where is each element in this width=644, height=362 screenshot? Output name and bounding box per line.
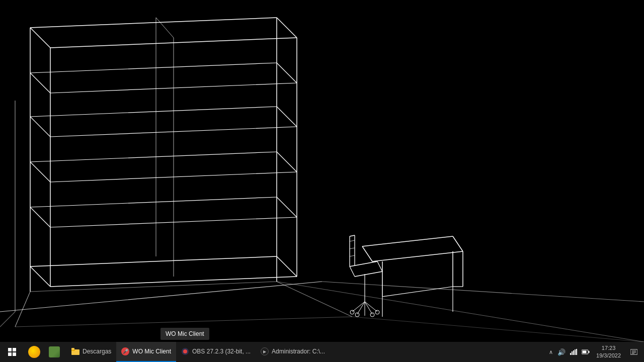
- svg-line-24: [30, 152, 277, 162]
- svg-rect-85: [573, 350, 574, 355]
- svg-line-42: [453, 236, 463, 251]
- svg-line-23: [30, 117, 50, 137]
- svg-line-43: [362, 246, 372, 261]
- svg-line-73: [352, 317, 644, 342]
- svg-line-21: [277, 107, 297, 127]
- svg-rect-83: [570, 353, 571, 355]
- minecraft-button[interactable]: [44, 342, 64, 362]
- battery-tray-icon[interactable]: [580, 342, 591, 362]
- svg-line-66: [365, 302, 372, 314]
- cmd-label: Administrador: C:\...: [272, 348, 325, 355]
- svg-line-11: [30, 266, 50, 287]
- svg-line-60: [350, 248, 355, 249]
- svg-line-9: [277, 256, 297, 277]
- svg-line-44: [372, 251, 463, 261]
- clock-date: 19/3/2022: [596, 352, 621, 359]
- taskbar-app-descargas[interactable]: Descargas: [66, 342, 116, 362]
- taskbar-app-wo-mic[interactable]: 🎤 WO Mic Client: [116, 342, 176, 362]
- svg-rect-84: [572, 351, 573, 355]
- svg-point-70: [355, 313, 359, 317]
- svg-rect-80: [71, 348, 74, 350]
- sound-icon: 🔊: [557, 348, 566, 356]
- taskbar-apps: Descargas 🎤 WO Mic Client OBS 27.2.3 (32…: [66, 342, 330, 362]
- svg-line-59: [350, 240, 355, 241]
- svg-line-33: [156, 18, 174, 38]
- svg-line-63: [352, 302, 365, 312]
- svg-line-40: [15, 317, 352, 327]
- tray-overflow-button[interactable]: ∧: [547, 342, 555, 362]
- taskbar-app-cmd[interactable]: ▶ Administrador: C:\...: [256, 342, 330, 362]
- descargas-icon: [71, 347, 79, 355]
- windows-icon: [8, 348, 16, 356]
- start-button[interactable]: [0, 342, 24, 362]
- obs-label: OBS 27.2.3 (32-bit, ...: [192, 348, 251, 355]
- taskbar-app-obs[interactable]: OBS 27.2.3 (32-bit, ...: [176, 342, 256, 362]
- svg-point-71: [370, 313, 374, 317]
- svg-line-29: [277, 197, 297, 217]
- wo-mic-label: WO Mic Client: [132, 348, 171, 355]
- svg-line-27: [30, 162, 50, 182]
- svg-line-31: [30, 207, 50, 227]
- svg-line-4: [30, 18, 277, 28]
- desktop: [0, 0, 644, 342]
- tray-arrow-icon: ∧: [549, 349, 553, 355]
- svg-line-72: [277, 282, 644, 342]
- notification-icon: [630, 348, 637, 355]
- svg-line-16: [30, 63, 277, 73]
- svg-rect-86: [575, 349, 576, 355]
- obs-icon: [181, 347, 189, 355]
- svg-point-69: [375, 310, 379, 314]
- svg-line-65: [357, 302, 365, 314]
- clock-time: 17:23: [602, 344, 616, 352]
- svg-rect-76: [8, 352, 12, 356]
- network-tray-icon[interactable]: [568, 342, 579, 362]
- svg-line-1: [322, 282, 644, 302]
- svg-line-5: [277, 18, 297, 38]
- svg-line-53: [377, 261, 382, 272]
- svg-line-10: [50, 277, 297, 287]
- svg-rect-77: [13, 352, 16, 356]
- svg-line-37: [30, 282, 277, 292]
- svg-line-39: [277, 282, 352, 317]
- notification-button[interactable]: [626, 342, 642, 362]
- svg-rect-75: [13, 348, 16, 351]
- svg-rect-74: [8, 348, 12, 351]
- svg-line-54: [350, 266, 355, 277]
- svg-line-61: [350, 255, 355, 256]
- cortana-icon: [28, 346, 40, 358]
- svg-line-19: [30, 73, 50, 93]
- svg-line-25: [277, 152, 297, 172]
- wallpaper: [0, 0, 644, 342]
- taskbar: Descargas 🎤 WO Mic Client OBS 27.2.3 (32…: [0, 342, 644, 362]
- svg-line-7: [30, 28, 50, 48]
- svg-line-48: [382, 287, 453, 297]
- svg-line-55: [355, 272, 382, 277]
- svg-point-68: [350, 310, 354, 314]
- svg-rect-89: [589, 351, 590, 353]
- clock[interactable]: 17:23 19/3/2022: [592, 342, 625, 362]
- svg-rect-87: [576, 349, 577, 355]
- svg-line-20: [30, 107, 277, 117]
- svg-line-28: [30, 197, 277, 207]
- svg-rect-90: [583, 351, 587, 353]
- system-tray: ∧ 🔊 17:23 19/3/20: [547, 342, 644, 362]
- cortana-button[interactable]: [24, 342, 44, 362]
- svg-line-3: [0, 312, 15, 327]
- sound-tray-icon[interactable]: 🔊: [556, 342, 567, 362]
- cmd-icon: ▶: [261, 347, 269, 355]
- svg-line-8: [30, 256, 277, 266]
- svg-line-17: [277, 63, 297, 83]
- svg-line-41: [362, 236, 453, 246]
- descargas-label: Descargas: [83, 348, 111, 355]
- svg-line-64: [365, 302, 377, 312]
- minecraft-icon: [49, 346, 60, 357]
- wo-mic-icon: 🎤: [121, 347, 129, 355]
- svg-line-52: [350, 261, 377, 266]
- svg-point-82: [183, 349, 187, 353]
- network-icon: [570, 349, 577, 355]
- battery-icon: [582, 349, 590, 354]
- svg-line-58: [350, 235, 355, 236]
